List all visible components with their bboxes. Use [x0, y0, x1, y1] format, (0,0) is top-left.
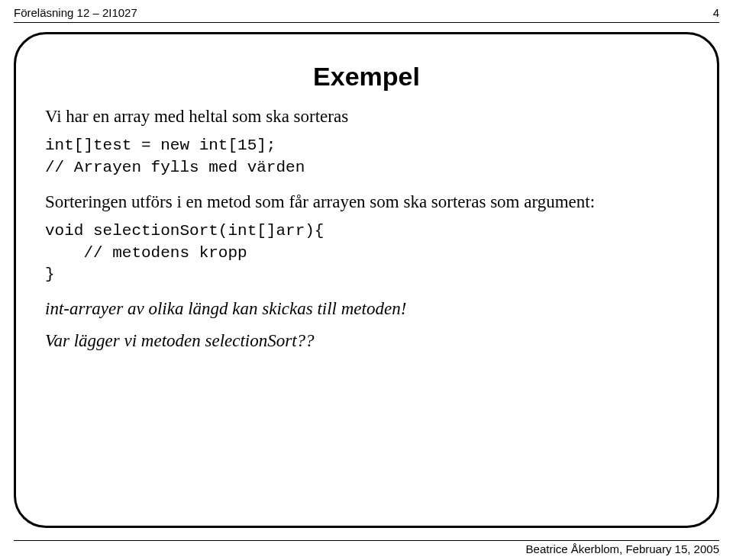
- footer-divider: [14, 540, 719, 541]
- slide-frame: Exempel Vi har en array med heltal som s…: [14, 32, 719, 528]
- header-divider: [14, 22, 719, 23]
- intro-text: Vi har en array med heltal som ska sorte…: [45, 104, 688, 129]
- page-footer: Beatrice Åkerblom, February 15, 2005: [14, 540, 719, 560]
- header-page-number: 4: [713, 6, 719, 19]
- footer-text: Beatrice Åkerblom, February 15, 2005: [14, 542, 719, 560]
- note-1: int-arrayer av olika längd kan skickas t…: [45, 296, 688, 321]
- header-left: Föreläsning 12 – 2I1027: [14, 6, 137, 19]
- code-block-1: int[]test = new int[15]; // Arrayen fyll…: [45, 135, 688, 179]
- page-header: Föreläsning 12 – 2I1027 4: [0, 0, 733, 21]
- sort-text: Sorteringen utförs i en metod som får ar…: [45, 189, 688, 214]
- code-block-2: void selectionSort(int[]arr){ // metoden…: [45, 220, 688, 285]
- slide-title: Exempel: [45, 62, 688, 92]
- note-2: Var lägger vi metoden selectionSort??: [45, 328, 688, 353]
